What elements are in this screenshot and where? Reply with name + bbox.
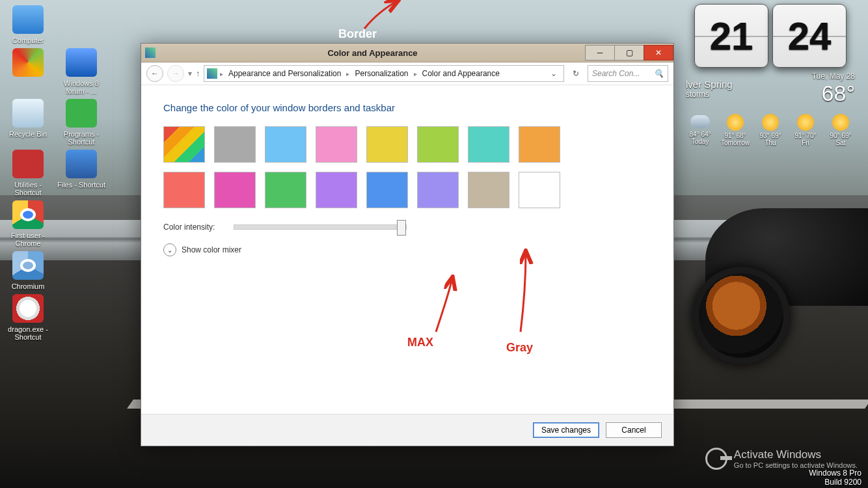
location-icon bbox=[207, 68, 217, 79]
forecast-day: 91° 68°Tomorrow bbox=[718, 113, 752, 146]
forecast-day: 90° 69°Sat bbox=[824, 113, 858, 146]
color-swatch-taupe[interactable] bbox=[468, 172, 509, 208]
up-button[interactable]: ↑ bbox=[196, 69, 200, 78]
desktop-icon[interactable]: Files - Shortcut bbox=[57, 148, 105, 197]
gl-util-icon bbox=[12, 150, 44, 178]
forecast-label: Fri bbox=[789, 139, 822, 146]
activate-windows-watermark: Activate Windows Go to PC settings to ac… bbox=[705, 448, 858, 470]
forecast-label: Thu bbox=[753, 139, 787, 146]
forecast-day: 84° 64°Today bbox=[683, 113, 717, 146]
build-line2: Build 9200 bbox=[809, 478, 861, 487]
widget-condition: storms bbox=[686, 90, 733, 99]
breadcrumb-item[interactable]: Personalization bbox=[352, 69, 411, 78]
color-appearance-window: Color and Appearance ─ ▢ ✕ ← → ▾ ↑ ▸ App… bbox=[141, 43, 674, 446]
color-swatch-teal[interactable] bbox=[468, 126, 509, 163]
desktop-icon-label: First user - Chrome bbox=[4, 232, 52, 247]
sun-icon bbox=[832, 114, 849, 131]
color-swatch-pink[interactable] bbox=[316, 126, 357, 163]
gl-bin-icon bbox=[12, 99, 44, 128]
mixer-label: Show color mixer bbox=[182, 245, 241, 254]
color-swatch-white[interactable] bbox=[519, 172, 560, 208]
color-swatch-violet[interactable] bbox=[316, 172, 357, 208]
clock-hour: 21 bbox=[694, 4, 768, 68]
chevron-right-icon: ▸ bbox=[413, 70, 418, 77]
widget-date: Tue, May 28 bbox=[812, 72, 855, 81]
desktop-icon[interactable]: Chromium bbox=[4, 250, 52, 290]
desktop-icons: ComputerWindows 8 forum - ...Recycle Bin… bbox=[4, 4, 115, 344]
search-input[interactable]: Search Con... 🔍 bbox=[588, 65, 668, 82]
gl-prog-icon bbox=[66, 99, 97, 128]
color-swatch-green[interactable] bbox=[265, 172, 306, 208]
clock-weather-widget[interactable]: 21 24 lver Spring storms Tue, May 28 68°… bbox=[679, 4, 861, 173]
desktop-icon[interactable]: dragon.exe - Shortcut bbox=[4, 293, 52, 341]
desktop-icon[interactable] bbox=[4, 47, 52, 95]
color-swatch-gray[interactable] bbox=[214, 126, 256, 163]
breadcrumb-item[interactable]: Color and Appearance bbox=[420, 69, 502, 78]
search-placeholder: Search Con... bbox=[592, 69, 640, 78]
forecast-day: 91° 70°Fri bbox=[789, 113, 822, 146]
color-swatch-coral[interactable] bbox=[163, 172, 205, 208]
color-swatch-orange[interactable] bbox=[519, 126, 560, 163]
desktop-icon[interactable]: Computer bbox=[4, 4, 52, 44]
page-headline: Change the color of your window borders … bbox=[163, 102, 651, 113]
desktop-icon[interactable]: Utilities - Shortcut bbox=[4, 148, 52, 197]
minimize-button[interactable]: ─ bbox=[585, 45, 615, 61]
sun-icon bbox=[797, 114, 814, 131]
forecast-temps: 91° 68° bbox=[718, 132, 752, 139]
forward-button[interactable]: → bbox=[167, 65, 184, 82]
forecast-temps: 84° 64° bbox=[683, 131, 717, 138]
window-title: Color and Appearance bbox=[159, 48, 586, 58]
sun-icon bbox=[762, 114, 779, 131]
color-swatch-lavender[interactable] bbox=[417, 172, 459, 208]
forecast-temps: 93° 69° bbox=[753, 132, 787, 139]
forecast-label: Tomorrow bbox=[718, 139, 752, 146]
gl-forum-icon bbox=[66, 48, 97, 77]
color-swatch-yellow[interactable] bbox=[366, 126, 408, 163]
build-line1: Windows 8 Pro bbox=[809, 468, 861, 478]
chevron-down-icon: ⌄ bbox=[163, 243, 176, 256]
breadcrumb-item[interactable]: Appearance and Personalization bbox=[226, 69, 344, 78]
desktop-icon-label: Windows 8 forum - ... bbox=[57, 79, 105, 95]
gl-ie-icon bbox=[12, 48, 44, 77]
desktop-icon-label: Programs - Shortcut bbox=[57, 130, 105, 146]
gl-computer-icon bbox=[12, 5, 44, 34]
desktop-icon[interactable]: Windows 8 forum - ... bbox=[57, 47, 105, 95]
breadcrumb-dropdown[interactable]: ⌄ bbox=[547, 69, 561, 78]
slider-thumb[interactable] bbox=[397, 220, 406, 236]
chevron-right-icon: ▸ bbox=[219, 70, 224, 77]
show-color-mixer-toggle[interactable]: ⌄ Show color mixer bbox=[163, 243, 651, 256]
desktop-icon-label: Utilities - Shortcut bbox=[4, 181, 52, 197]
cancel-button[interactable]: Cancel bbox=[606, 422, 662, 438]
breadcrumb-bar[interactable]: ▸ Appearance and Personalization ▸ Perso… bbox=[204, 65, 564, 82]
maximize-button[interactable]: ▢ bbox=[614, 45, 644, 61]
color-swatch-blue[interactable] bbox=[366, 172, 408, 208]
titlebar[interactable]: Color and Appearance ─ ▢ ✕ bbox=[141, 44, 673, 62]
desktop-icon[interactable]: First user - Chrome bbox=[4, 199, 52, 247]
build-info: Windows 8 Pro Build 9200 bbox=[809, 468, 861, 487]
window-footer: Save changes Cancel bbox=[141, 414, 673, 446]
refresh-button[interactable]: ↻ bbox=[568, 66, 584, 81]
search-icon: 🔍 bbox=[654, 69, 664, 78]
chevron-right-icon: ▸ bbox=[345, 70, 351, 77]
clock-minute: 24 bbox=[772, 4, 847, 68]
nav-toolbar: ← → ▾ ↑ ▸ Appearance and Personalization… bbox=[141, 62, 673, 85]
color-swatch-magenta[interactable] bbox=[214, 172, 256, 208]
color-swatch-lime[interactable] bbox=[417, 126, 459, 163]
forecast-label: Today bbox=[683, 138, 717, 145]
widget-temp: 68° bbox=[812, 81, 855, 106]
color-swatch-automatic[interactable] bbox=[163, 126, 205, 163]
forecast-day: 93° 69°Thu bbox=[753, 113, 787, 146]
color-swatch-sky[interactable] bbox=[265, 126, 306, 163]
desktop-icon-label: Chromium bbox=[4, 282, 52, 290]
gl-files-icon bbox=[66, 150, 97, 178]
save-changes-button[interactable]: Save changes bbox=[533, 422, 599, 438]
intensity-slider[interactable] bbox=[234, 224, 407, 230]
desktop-icon[interactable]: Programs - Shortcut bbox=[57, 98, 105, 146]
recent-locations-dropdown[interactable]: ▾ bbox=[188, 69, 192, 78]
close-button[interactable]: ✕ bbox=[644, 45, 673, 61]
gl-chrome-icon bbox=[12, 200, 44, 229]
forecast-label: Sat bbox=[824, 139, 858, 146]
back-button[interactable]: ← bbox=[146, 65, 163, 82]
window-icon bbox=[145, 47, 156, 58]
desktop-icon[interactable]: Recycle Bin bbox=[4, 98, 52, 146]
